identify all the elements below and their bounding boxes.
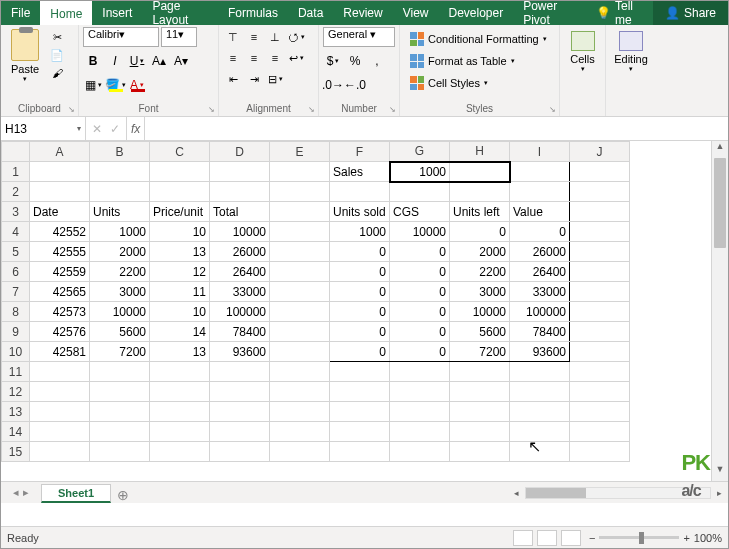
tab-view[interactable]: View: [393, 1, 439, 25]
row-header-12[interactable]: 12: [2, 382, 30, 402]
cell-C3[interactable]: Price/unit: [150, 202, 210, 222]
tab-developer[interactable]: Developer: [438, 1, 513, 25]
row-header-8[interactable]: 8: [2, 302, 30, 322]
cell-D5[interactable]: 26000: [210, 242, 270, 262]
cell-H5[interactable]: 2000: [450, 242, 510, 262]
cell-F15[interactable]: [330, 442, 390, 462]
cell-C13[interactable]: [150, 402, 210, 422]
cell-E13[interactable]: [270, 402, 330, 422]
number-format-select[interactable]: General ▾: [323, 27, 395, 47]
cell-F7[interactable]: 0: [330, 282, 390, 302]
cell-D8[interactable]: 100000: [210, 302, 270, 322]
font-size-select[interactable]: 11▾: [161, 27, 197, 47]
cell-A13[interactable]: [30, 402, 90, 422]
column-header-I[interactable]: I: [510, 142, 570, 162]
cell-H3[interactable]: Units left: [450, 202, 510, 222]
cell-I13[interactable]: [510, 402, 570, 422]
cell-I5[interactable]: 26000: [510, 242, 570, 262]
cell-J12[interactable]: [570, 382, 630, 402]
tab-nav[interactable]: ◂ ▸: [1, 482, 41, 503]
cell-A14[interactable]: [30, 422, 90, 442]
cell-G13[interactable]: [390, 402, 450, 422]
cell-E1[interactable]: [270, 162, 330, 182]
tell-me[interactable]: 💡 Tell me: [586, 1, 653, 25]
page-layout-view-button[interactable]: [537, 530, 557, 546]
underline-button[interactable]: U: [127, 51, 147, 71]
cell-A8[interactable]: 42573: [30, 302, 90, 322]
decrease-indent-icon[interactable]: ⇤: [223, 69, 243, 89]
bold-button[interactable]: B: [83, 51, 103, 71]
cell-B14[interactable]: [90, 422, 150, 442]
decrease-decimal-icon[interactable]: ←.0: [345, 75, 365, 95]
cell-G10[interactable]: 0: [390, 342, 450, 362]
cell-J11[interactable]: [570, 362, 630, 382]
tab-review[interactable]: Review: [333, 1, 392, 25]
share-button[interactable]: 👤 Share: [653, 1, 728, 25]
cell-I3[interactable]: Value: [510, 202, 570, 222]
fx-icon[interactable]: fx: [127, 117, 145, 140]
font-name-select[interactable]: Calibri▾: [83, 27, 159, 47]
cell-H15[interactable]: [450, 442, 510, 462]
cell-G1[interactable]: 1000: [390, 162, 450, 182]
scroll-left-icon[interactable]: ◂: [508, 488, 525, 498]
cell-G11[interactable]: [390, 362, 450, 382]
row-header-14[interactable]: 14: [2, 422, 30, 442]
cell-E9[interactable]: [270, 322, 330, 342]
column-header-F[interactable]: F: [330, 142, 390, 162]
cell-H4[interactable]: 0: [450, 222, 510, 242]
comma-icon[interactable]: ,: [367, 51, 387, 71]
editing-button[interactable]: Editing ▾: [610, 27, 652, 116]
cell-B15[interactable]: [90, 442, 150, 462]
cell-I4[interactable]: 0: [510, 222, 570, 242]
orientation-icon[interactable]: ⭯: [286, 27, 306, 47]
cell-J9[interactable]: [570, 322, 630, 342]
cell-E15[interactable]: [270, 442, 330, 462]
row-header-1[interactable]: 1: [2, 162, 30, 182]
cell-E10[interactable]: [270, 342, 330, 362]
column-header-G[interactable]: G: [390, 142, 450, 162]
cell-C2[interactable]: [150, 182, 210, 202]
cell-B9[interactable]: 5600: [90, 322, 150, 342]
scroll-right-icon[interactable]: ▸: [711, 488, 728, 498]
cell-H6[interactable]: 2200: [450, 262, 510, 282]
cell-E11[interactable]: [270, 362, 330, 382]
cell-B2[interactable]: [90, 182, 150, 202]
cell-F6[interactable]: 0: [330, 262, 390, 282]
cell-G4[interactable]: 10000: [390, 222, 450, 242]
cell-C9[interactable]: 14: [150, 322, 210, 342]
cell-H10[interactable]: 7200: [450, 342, 510, 362]
cell-F11[interactable]: [330, 362, 390, 382]
column-header-B[interactable]: B: [90, 142, 150, 162]
cell-D15[interactable]: [210, 442, 270, 462]
font-color-button[interactable]: A: [127, 75, 147, 95]
cell-I8[interactable]: 100000: [510, 302, 570, 322]
shrink-font-button[interactable]: A▾: [171, 51, 191, 71]
cell-E5[interactable]: [270, 242, 330, 262]
cell-A6[interactable]: 42559: [30, 262, 90, 282]
column-header-E[interactable]: E: [270, 142, 330, 162]
name-box[interactable]: H13: [1, 117, 86, 140]
cell-A5[interactable]: 42555: [30, 242, 90, 262]
cell-B8[interactable]: 10000: [90, 302, 150, 322]
row-header-15[interactable]: 15: [2, 442, 30, 462]
cancel-icon[interactable]: ✕: [92, 122, 102, 136]
cell-D6[interactable]: 26400: [210, 262, 270, 282]
hscroll-thumb[interactable]: [526, 488, 586, 498]
zoom-slider[interactable]: [599, 536, 679, 539]
cell-G9[interactable]: 0: [390, 322, 450, 342]
cell-G15[interactable]: [390, 442, 450, 462]
fill-color-button[interactable]: 🪣: [105, 75, 125, 95]
increase-decimal-icon[interactable]: .0→: [323, 75, 343, 95]
cell-J2[interactable]: [570, 182, 630, 202]
select-all-corner[interactable]: [2, 142, 30, 162]
cell-B1[interactable]: [90, 162, 150, 182]
column-header-A[interactable]: A: [30, 142, 90, 162]
cell-H7[interactable]: 3000: [450, 282, 510, 302]
cell-D4[interactable]: 10000: [210, 222, 270, 242]
row-header-6[interactable]: 6: [2, 262, 30, 282]
cell-D14[interactable]: [210, 422, 270, 442]
grow-font-button[interactable]: A▴: [149, 51, 169, 71]
align-bottom-icon[interactable]: ⊥: [265, 27, 285, 47]
cell-A3[interactable]: Date: [30, 202, 90, 222]
row-header-2[interactable]: 2: [2, 182, 30, 202]
